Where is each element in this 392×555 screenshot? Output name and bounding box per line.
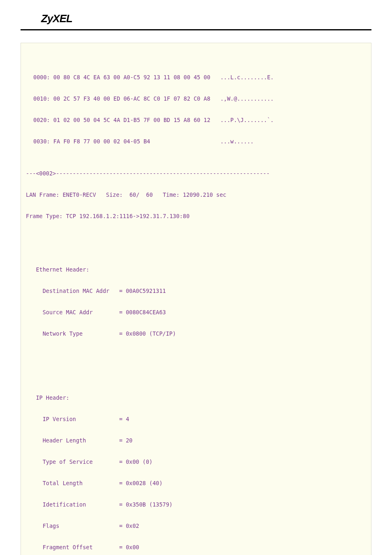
- field-key: Network Type: [43, 328, 113, 339]
- ethernet-header-section: Ethernet Header: Destination MAC Addr = …: [26, 253, 366, 350]
- hex-ascii: ...P.\J.......`.: [220, 117, 274, 123]
- hex-offset: 0000:: [33, 74, 50, 81]
- section-title: Ethernet Header:: [36, 266, 89, 273]
- hex-ascii: .,W.@...........: [220, 95, 274, 102]
- field-key: Fragment Offset: [43, 542, 113, 553]
- brand-logo: ZyXEL: [41, 12, 351, 25]
- hex-ascii: ...L.c........E.: [220, 74, 274, 81]
- field-val: = 0x0028 (40): [119, 480, 163, 486]
- hex-row: 0030: FA F0 F8 77 00 00 02 04-05 B4 ...w…: [33, 136, 366, 147]
- hex-row: 0000: 00 80 C8 4C EA 63 00 A0-C5 92 13 1…: [33, 72, 366, 83]
- ip-header-section: IP Header: IP Version = 4 Header Length …: [26, 382, 366, 555]
- hex-bytes: 00 80 C8 4C EA 63 00 A0-C5 92 13 11 08 0…: [53, 74, 210, 81]
- hex-offset: 0020:: [33, 117, 50, 123]
- hex-bytes: 00 2C 57 F3 40 00 ED 06-AC 8C C0 1F 07 8…: [53, 95, 210, 102]
- field-key: Header Length: [43, 435, 113, 446]
- page-header: ZyXEL: [21, 0, 371, 30]
- packet-frame: 0000: 00 80 C8 4C EA 63 00 A0-C5 92 13 1…: [21, 43, 371, 555]
- field-key: Total Length: [43, 478, 113, 488]
- field-key: Flags: [43, 520, 113, 531]
- field-val: = 0x0800 (TCP/IP): [119, 330, 176, 337]
- field-val: = 0x350B (13579): [119, 501, 173, 508]
- field-key: Idetification: [43, 499, 113, 510]
- field-val: = 0x00: [119, 544, 139, 550]
- hex-offset: 0030:: [33, 138, 50, 145]
- lan-frame-meta: LAN Frame: ENET0-RECV Size: 60/ 60 Time:…: [26, 189, 366, 200]
- hex-row: 0010: 00 2C 57 F3 40 00 ED 06-AC 8C C0 1…: [33, 93, 366, 104]
- hex-offset: 0010:: [33, 95, 50, 102]
- hex-bytes: 01 02 00 50 04 5C 4A D1-B5 7F 00 BD 15 A…: [53, 117, 210, 123]
- field-key: Source MAC Addr: [43, 307, 113, 318]
- field-val: = 4: [119, 416, 129, 422]
- frame-type-meta: Frame Type: TCP 192.168.1.2:1116->192.31…: [26, 211, 366, 221]
- field-val: = 00A0C5921311: [119, 288, 166, 294]
- field-val: = 0x02: [119, 523, 139, 529]
- field-val: = 0x00 (0): [119, 458, 152, 465]
- field-val: = 20: [119, 437, 133, 444]
- hex-bytes: FA F0 F8 77 00 00 02 04-05 B4: [53, 138, 150, 145]
- frame-divider: ---<0002>-------------------------------…: [26, 168, 366, 179]
- hex-dump: 0000: 00 80 C8 4C EA 63 00 A0-C5 92 13 1…: [33, 61, 366, 157]
- hex-ascii: ...w......: [220, 138, 254, 145]
- field-key: Type of Service: [43, 456, 113, 467]
- section-title: IP Header:: [36, 394, 69, 401]
- field-key: IP Version: [43, 414, 113, 424]
- hex-row: 0020: 01 02 00 50 04 5C 4A D1-B5 7F 00 B…: [33, 115, 366, 125]
- field-key: Destination MAC Addr: [43, 286, 113, 296]
- field-val: = 0080C84CEA63: [119, 309, 166, 315]
